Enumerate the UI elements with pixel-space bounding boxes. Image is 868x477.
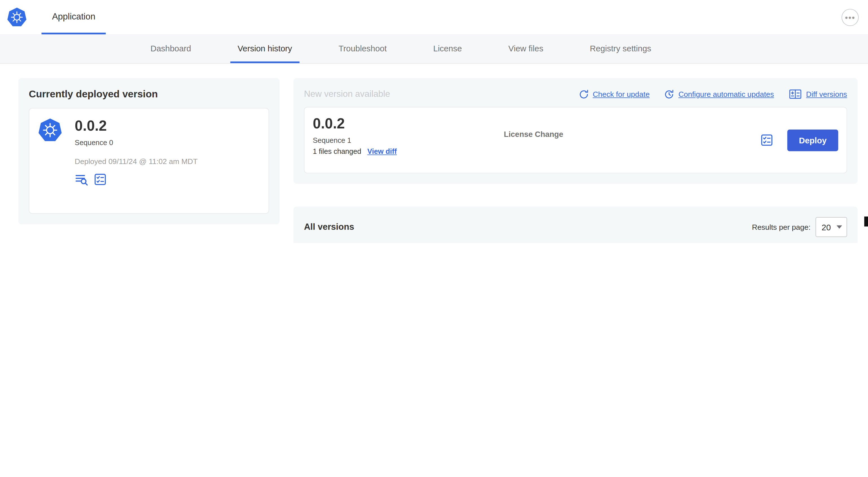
kubernetes-app-icon: [37, 118, 62, 143]
refresh-icon: [578, 89, 589, 99]
results-per-page-select[interactable]: 20: [815, 217, 847, 237]
tab-view-files[interactable]: View files: [501, 35, 551, 63]
release-notes-icon[interactable]: [75, 173, 88, 186]
diff-icon: [788, 89, 802, 100]
diff-versions-link[interactable]: Diff versions: [788, 89, 847, 100]
all-versions-title: All versions: [304, 222, 354, 232]
currently-deployed-panel: Currently deployed version: [18, 78, 280, 225]
view-diff-link[interactable]: View diff: [367, 147, 397, 155]
currently-deployed-title: Currently deployed version: [29, 89, 269, 100]
chevron-down-icon: [837, 226, 842, 229]
current-version-number: 0.0.2: [75, 118, 197, 134]
files-changed-text: 1 files changed: [313, 147, 362, 155]
tab-license[interactable]: License: [426, 35, 469, 63]
tab-troubleshoot[interactable]: Troubleshoot: [331, 35, 394, 63]
tab-registry-settings[interactable]: Registry settings: [583, 35, 659, 63]
more-options-button[interactable]: •••: [841, 8, 859, 26]
kubernetes-logo-icon: [7, 7, 27, 28]
right-column: New version available Check for update: [293, 78, 858, 243]
configure-automatic-updates-link[interactable]: Configure automatic updates: [664, 89, 774, 99]
results-per-page-label: Results per page:: [752, 223, 811, 231]
tab-version-history[interactable]: Version history: [230, 35, 299, 63]
currently-deployed-card: 0.0.2 Sequence 0 Deployed 09/11/24 @ 11:…: [29, 108, 269, 214]
main-content: Currently deployed version: [0, 64, 868, 243]
scrollbar-thumb[interactable]: [864, 216, 868, 226]
tab-dashboard[interactable]: Dashboard: [143, 35, 198, 63]
all-versions-panel: All versions Results per page: 20 0.0.2: [293, 207, 858, 243]
version-source: License Change: [504, 129, 760, 138]
check-for-update-link[interactable]: Check for update: [578, 89, 650, 99]
main-nav: Dashboard Version history Troubleshoot L…: [0, 35, 868, 64]
new-version-panel: New version available Check for update: [293, 78, 858, 184]
app-tab-label: Application: [52, 11, 95, 21]
new-version-card: 0.0.2 Sequence 1 1 files changed View di…: [304, 107, 847, 173]
ellipsis-icon: •••: [845, 12, 855, 22]
checklist-icon[interactable]: [94, 173, 107, 186]
version-number: 0.0.2: [313, 116, 504, 131]
app-header: Application •••: [0, 0, 868, 35]
checklist-icon[interactable]: [760, 133, 773, 147]
current-version-deployed-at: Deployed 09/11/24 @ 11:02 am MDT: [75, 157, 197, 165]
clock-refresh-icon: [664, 89, 675, 99]
version-sequence: Sequence 1: [313, 136, 504, 144]
new-version-title: New version available: [304, 89, 390, 99]
tab-application[interactable]: Application: [41, 0, 106, 34]
deploy-button[interactable]: Deploy: [787, 129, 838, 151]
app-window: Application ••• Dashboard Version histor…: [0, 0, 868, 243]
current-version-sequence: Sequence 0: [75, 138, 197, 147]
